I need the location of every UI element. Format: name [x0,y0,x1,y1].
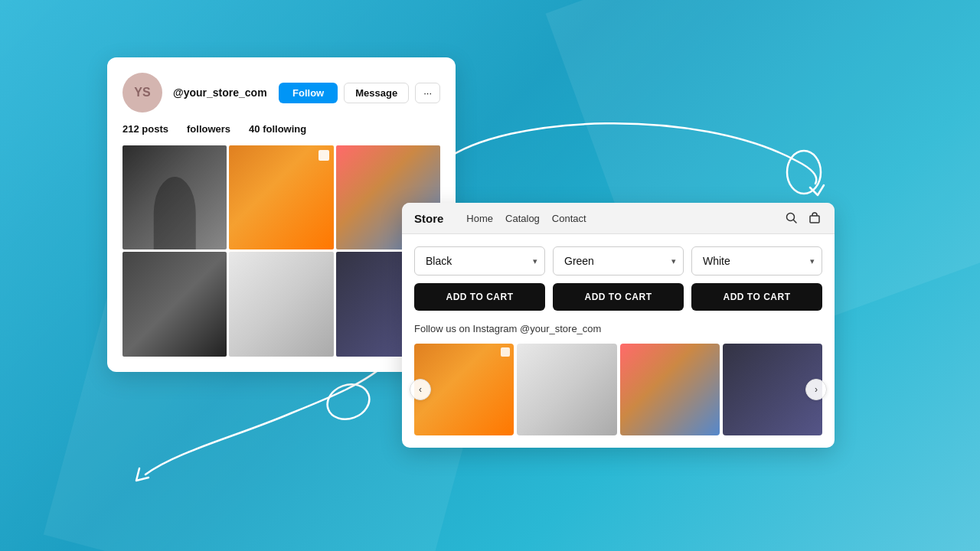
store-nav-icons [784,210,822,226]
select-wrap-3: White Black Green ▾ [691,246,822,276]
posts-stat: 212 posts [122,123,168,135]
svg-point-0 [787,151,821,194]
store-navbar: Store Home Catalog Contact [402,203,835,234]
svg-rect-4 [810,216,819,223]
feed-video-indicator [501,347,510,357]
store-content: Black White Green ▾ Green Black White ▾ … [402,234,835,448]
nav-home[interactable]: Home [466,213,493,224]
product-selectors: Black White Green ▾ Green Black White ▾ … [414,246,822,276]
select-wrap-2: Green Black White ▾ [553,246,684,276]
store-nav-links: Home Catalog Contact [466,213,769,224]
color-select-2[interactable]: Green Black White [553,246,684,276]
ig-stats: 212 posts followers 40 following [122,123,440,135]
color-select-3[interactable]: White Black Green [691,246,822,276]
nav-catalog[interactable]: Catalog [505,213,540,224]
store-logo: Store [414,212,443,225]
avatar: YS [122,73,162,112]
add-to-cart-button-1[interactable]: ADD TO CART [414,283,545,311]
instagram-feed-carousel: ‹ › [414,344,822,435]
follow-instagram-text: Follow us on Instagram @your_store_com [414,323,822,334]
cart-icon[interactable] [807,210,822,226]
ig-actions: Follow Message ··· [279,83,440,103]
grid-photo-5[interactable] [229,252,333,356]
select-wrap-1: Black White Green ▾ [414,246,545,276]
feed-images [414,344,822,435]
ig-username: @your_store_com [173,86,268,99]
add-to-cart-button-2[interactable]: ADD TO CART [553,283,684,311]
following-stat: 40 following [249,123,306,135]
grid-photo-2[interactable] [229,145,333,249]
grid-photo-4[interactable] [122,252,227,356]
svg-line-3 [794,220,797,223]
grid-photo-1[interactable] [122,145,227,249]
video-indicator [318,150,329,161]
svg-point-1 [322,379,374,425]
feed-next-button[interactable]: › [805,379,827,400]
ig-header: YS @your_store_com Follow Message ··· [122,73,440,112]
color-select-1[interactable]: Black White Green [414,246,545,276]
ig-photo-grid [122,145,440,357]
search-icon[interactable] [784,210,799,226]
add-to-cart-button-3[interactable]: ADD TO CART [691,283,822,311]
follow-button[interactable]: Follow [279,83,338,103]
followers-stat: followers [187,123,230,135]
store-panel: Store Home Catalog Contact Black White G… [402,203,835,448]
feed-image-3[interactable] [620,344,720,435]
nav-contact[interactable]: Contact [552,213,586,224]
more-button[interactable]: ··· [415,83,440,103]
add-to-cart-row: ADD TO CART ADD TO CART ADD TO CART [414,283,822,311]
feed-prev-button[interactable]: ‹ [410,379,431,400]
message-button[interactable]: Message [344,83,409,103]
feed-image-2[interactable] [517,344,616,435]
